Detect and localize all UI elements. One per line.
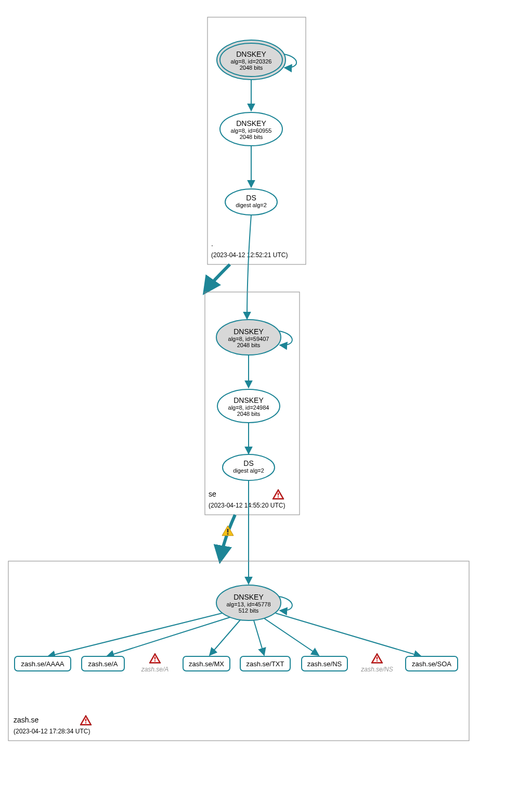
warning-icon-missing-ns — [371, 653, 383, 663]
warning-icon-zash — [80, 715, 92, 725]
svg-text:2048 bits: 2048 bits — [237, 411, 261, 417]
svg-text:DNSKEY: DNSKEY — [233, 396, 264, 404]
node-se-ds: DS digest alg=2 — [223, 454, 275, 480]
rrset-ns: zash.se/NS — [302, 656, 347, 671]
zone-se-timestamp: (2023-04-12 14:55:20 UTC) — [209, 502, 285, 509]
missing-ns: zash.se/NS — [360, 653, 393, 673]
zone-root-label: . — [211, 239, 213, 248]
missing-a: zash.se/A — [141, 653, 169, 673]
node-zash-ksk: DNSKEY alg=13, id=45778 512 bits — [216, 585, 281, 620]
svg-text:zash.se/A: zash.se/A — [88, 660, 118, 668]
node-root-ksk: DNSKEY alg=8, id=20326 2048 bits — [217, 40, 286, 80]
warning-icon-delegation — [222, 526, 233, 536]
zone-root: . (2023-04-12 12:52:21 UTC) DNSKEY alg=8… — [207, 17, 306, 264]
svg-text:digest alg=2: digest alg=2 — [236, 202, 267, 208]
svg-text:2048 bits: 2048 bits — [237, 342, 261, 348]
svg-text:DNSKEY: DNSKEY — [233, 593, 264, 601]
edge-zash-to-txt — [254, 620, 264, 655]
node-se-zsk: DNSKEY alg=8, id=24984 2048 bits — [217, 389, 280, 423]
svg-text:DS: DS — [246, 194, 256, 202]
dnssec-chain-diagram: . (2023-04-12 12:52:21 UTC) DNSKEY alg=8… — [0, 0, 532, 812]
warning-icon-missing-a — [149, 653, 161, 663]
svg-text:digest alg=2: digest alg=2 — [233, 467, 264, 474]
edge-root-ds-to-se-ksk — [247, 215, 251, 319]
edge-se-to-zash-delegation — [220, 515, 235, 559]
svg-text:alg=8, id=20326: alg=8, id=20326 — [231, 58, 272, 65]
edge-zash-to-aaaa — [48, 613, 222, 656]
edge-zash-to-soa — [276, 613, 421, 656]
svg-text:512 bits: 512 bits — [239, 607, 259, 614]
edge-zash-to-mx — [210, 620, 240, 655]
zone-zash-timestamp: (2023-04-12 17:28:34 UTC) — [14, 728, 90, 735]
svg-text:2048 bits: 2048 bits — [240, 134, 263, 140]
rrset-soa: zash.se/SOA — [406, 656, 458, 671]
svg-text:DNSKEY: DNSKEY — [236, 119, 266, 128]
rrset-a: zash.se/A — [82, 656, 124, 671]
rrset-aaaa: zash.se/AAAA — [15, 656, 71, 671]
svg-text:alg=8, id=59407: alg=8, id=59407 — [228, 336, 269, 342]
svg-text:zash.se/TXT: zash.se/TXT — [246, 660, 284, 668]
svg-text:DNSKEY: DNSKEY — [233, 327, 264, 336]
svg-text:DNSKEY: DNSKEY — [236, 50, 266, 58]
zone-se: se (2023-04-12 14:55:20 UTC) DNSKEY alg=… — [205, 292, 300, 515]
svg-text:2048 bits: 2048 bits — [240, 65, 263, 71]
svg-text:alg=8, id=24984: alg=8, id=24984 — [228, 404, 269, 411]
rrset-txt: zash.se/TXT — [240, 656, 290, 671]
svg-text:zash.se/NS: zash.se/NS — [360, 666, 393, 673]
svg-text:alg=8, id=60955: alg=8, id=60955 — [231, 128, 272, 134]
svg-text:zash.se/MX: zash.se/MX — [189, 660, 224, 668]
zone-root-timestamp: (2023-04-12 12:52:21 UTC) — [211, 251, 288, 259]
edge-root-to-se-delegation — [206, 264, 230, 290]
zone-se-label: se — [209, 490, 216, 498]
svg-text:zash.se/NS: zash.se/NS — [307, 660, 342, 668]
svg-text:zash.se/AAAA: zash.se/AAAA — [21, 660, 64, 668]
zone-zash: zash.se (2023-04-12 17:28:34 UTC) DNSKEY… — [8, 561, 469, 741]
svg-text:alg=13, id=45778: alg=13, id=45778 — [226, 601, 270, 607]
node-root-ds: DS digest alg=2 — [225, 189, 277, 215]
svg-text:zash.se/A: zash.se/A — [141, 666, 169, 673]
rrset-mx: zash.se/MX — [183, 656, 230, 671]
node-se-ksk: DNSKEY alg=8, id=59407 2048 bits — [216, 320, 281, 355]
warning-icon-se — [273, 489, 284, 499]
svg-text:zash.se/SOA: zash.se/SOA — [412, 660, 451, 668]
node-root-zsk: DNSKEY alg=8, id=60955 2048 bits — [220, 112, 282, 146]
zone-zash-label: zash.se — [14, 716, 38, 724]
svg-text:DS: DS — [243, 459, 253, 467]
